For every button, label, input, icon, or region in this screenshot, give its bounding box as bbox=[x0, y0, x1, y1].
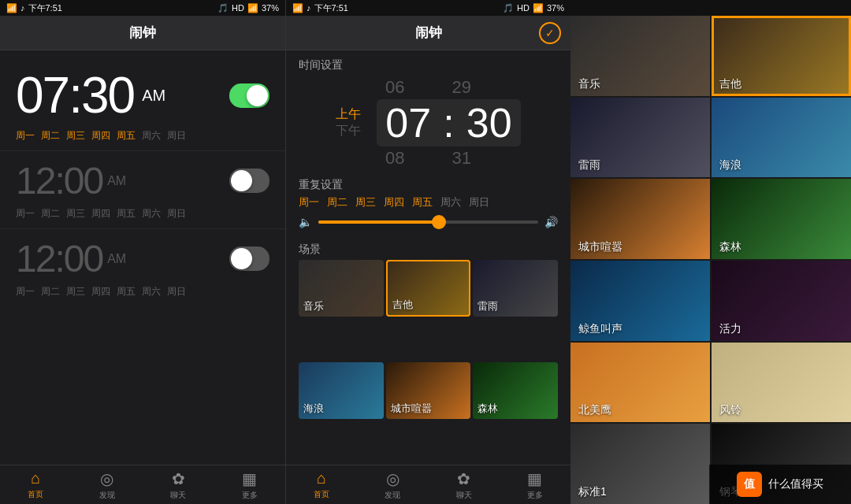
more-icon-left: ▦ bbox=[242, 469, 257, 488]
alarm-item-1[interactable]: 07:30 AM 周一 周二 周三 周四 周五 周六 周日 bbox=[0, 50, 285, 150]
hour-current: 07 bbox=[377, 99, 440, 146]
signal-icon-mid: 📶 bbox=[292, 3, 303, 13]
rs-guitar-label: 吉他 bbox=[719, 77, 741, 91]
watermark-logo: 值 bbox=[737, 472, 762, 497]
time-picker[interactable]: 06 29 上午 下午 07 : 30 08 31 bbox=[286, 76, 570, 170]
day-sat-3: 周六 bbox=[142, 285, 161, 298]
signal-icon-left: 📶 bbox=[6, 3, 17, 13]
picker-above-row: 06 29 bbox=[299, 76, 558, 99]
watermark-text: 什么值得买 bbox=[768, 477, 823, 491]
rs-guitar[interactable]: 吉他 bbox=[712, 16, 851, 96]
day-sun-3: 周日 bbox=[167, 285, 186, 298]
more-label-left: 更多 bbox=[242, 490, 258, 501]
repeat-days-row: 周一 周二 周三 周四 周五 周六 周日 bbox=[286, 195, 570, 216]
status-bar-mid: 📶 ♪ 下午7:51 🎵 HD 📶 37% bbox=[285, 0, 570, 16]
rs-whale[interactable]: 鲸鱼叫声 bbox=[570, 261, 710, 341]
rs-thunder[interactable]: 雷雨 bbox=[570, 98, 710, 178]
nav-settings-left[interactable]: ✿ 聊天 bbox=[143, 469, 214, 501]
time-mid: 下午7:51 bbox=[314, 2, 348, 14]
rday-wed[interactable]: 周三 bbox=[355, 195, 376, 209]
picker-below-row: 08 31 bbox=[299, 146, 558, 170]
hour-below: 08 bbox=[385, 148, 404, 169]
bt-mid: 🎵 bbox=[503, 3, 514, 13]
rs-thunder-label: 雷雨 bbox=[578, 158, 600, 172]
scene-ocean[interactable]: 海浪 bbox=[299, 362, 384, 419]
scene-guitar[interactable]: 吉他 bbox=[386, 260, 471, 317]
colon: : bbox=[443, 99, 454, 146]
settings-icon-mid: ✿ bbox=[457, 469, 470, 488]
discover-label-left: 发现 bbox=[99, 490, 115, 501]
rs-forest[interactable]: 森林 bbox=[712, 179, 851, 259]
rday-tue[interactable]: 周二 bbox=[327, 195, 347, 209]
wifi-mid: 📶 bbox=[533, 3, 544, 13]
settings-icon-left: ✿ bbox=[172, 469, 185, 488]
scene-city-label: 城市喧嚣 bbox=[391, 402, 432, 416]
nav-discover-left[interactable]: ◎ 发现 bbox=[72, 469, 143, 501]
scene-city[interactable]: 城市喧嚣 bbox=[386, 362, 471, 419]
rs-music[interactable]: 音乐 bbox=[570, 16, 710, 96]
vol-high-icon: 🔊 bbox=[544, 216, 558, 228]
day-tue-3: 周二 bbox=[41, 285, 60, 298]
volume-thumb[interactable] bbox=[432, 215, 446, 229]
more-icon-mid: ▦ bbox=[527, 469, 542, 488]
ampm-bottom: 下午 bbox=[336, 123, 361, 139]
day-fri-1: 周五 bbox=[117, 129, 136, 143]
ampm-picker[interactable]: 上午 下午 bbox=[336, 106, 361, 139]
rs-eagle[interactable]: 北美鹰 bbox=[570, 343, 710, 423]
hd-mid: HD bbox=[517, 3, 530, 13]
rs-eagle-label: 北美鹰 bbox=[578, 403, 611, 417]
rs-city[interactable]: 城市喧嚣 bbox=[570, 179, 710, 259]
rday-fri[interactable]: 周五 bbox=[412, 195, 433, 209]
alarm-toggle-3[interactable] bbox=[229, 246, 269, 271]
day-sun-1: 周日 bbox=[167, 129, 186, 143]
home-label-left: 首页 bbox=[28, 489, 43, 500]
day-sat-1: 周六 bbox=[142, 129, 161, 143]
scene-thunder[interactable]: 雷雨 bbox=[473, 260, 558, 317]
volume-track[interactable] bbox=[318, 220, 538, 224]
day-mon-1: 周一 bbox=[16, 129, 35, 143]
alarm-time-3: 12:00 bbox=[16, 237, 102, 280]
nav-home-mid[interactable]: ⌂ 首页 bbox=[286, 469, 357, 500]
day-thu-2: 周四 bbox=[91, 207, 110, 220]
home-icon-mid: ⌂ bbox=[317, 469, 326, 487]
volume-slider-row[interactable]: 🔈 🔊 bbox=[286, 216, 570, 235]
alarm-list-panel: 闹钟 07:30 AM 周一 周二 周三 周四 周五 周六 周日 12:00 bbox=[0, 16, 285, 504]
day-wed-3: 周三 bbox=[66, 285, 85, 298]
bottom-nav-left: ⌂ 首页 ◎ 发现 ✿ 聊天 ▦ 更多 bbox=[0, 465, 285, 504]
discover-icon-mid: ◎ bbox=[386, 469, 399, 488]
min-above: 29 bbox=[452, 77, 471, 98]
alarm-toggle-2[interactable] bbox=[229, 169, 269, 193]
nav-home-left[interactable]: ⌂ 首页 bbox=[0, 469, 72, 500]
discover-label-mid: 发现 bbox=[385, 490, 400, 501]
rday-sat[interactable]: 周六 bbox=[440, 195, 461, 209]
alarm-item-3[interactable]: 12:00 AM 周一 周二 周三 周四 周五 周六 周日 bbox=[0, 228, 285, 306]
nav-discover-mid[interactable]: ◎ 发现 bbox=[357, 469, 428, 501]
watermark: 值 什么值得买 bbox=[709, 465, 851, 504]
rs-vitality[interactable]: 活力 bbox=[712, 261, 851, 341]
rs-ocean[interactable]: 海浪 bbox=[712, 98, 851, 178]
rs-city-label: 城市喧嚣 bbox=[578, 240, 622, 254]
nav-settings-mid[interactable]: ✿ 聊天 bbox=[429, 469, 500, 501]
alarm-ampm-2: AM bbox=[107, 174, 126, 188]
day-mon-3: 周一 bbox=[16, 285, 35, 298]
alarm-time-2: 12:00 bbox=[16, 159, 102, 202]
rs-windbell[interactable]: 风铃 bbox=[712, 343, 851, 423]
confirm-button[interactable]: ✓ bbox=[539, 22, 561, 44]
rs-standard1[interactable]: 标准1 bbox=[570, 424, 710, 504]
scene-music[interactable]: 音乐 bbox=[299, 260, 384, 317]
rs-standard1-label: 标准1 bbox=[578, 485, 607, 499]
vol-low-icon: 🔈 bbox=[299, 216, 312, 228]
rday-mon[interactable]: 周一 bbox=[299, 195, 319, 209]
hour-above: 06 bbox=[385, 77, 404, 98]
bottom-nav-mid: ⌂ 首页 ◎ 发现 ✿ 聊天 ▦ 更多 bbox=[286, 465, 570, 504]
nav-more-mid[interactable]: ▦ 更多 bbox=[500, 469, 570, 501]
scene-forest[interactable]: 森林 bbox=[473, 362, 558, 419]
nav-more-left[interactable]: ▦ 更多 bbox=[214, 469, 286, 501]
scene-thunder-label: 雷雨 bbox=[478, 299, 498, 313]
alarm-toggle-1[interactable] bbox=[229, 83, 269, 108]
picker-current[interactable]: 07 : 30 bbox=[377, 99, 520, 146]
alarm-item-2[interactable]: 12:00 AM 周一 周二 周三 周四 周五 周六 周日 bbox=[0, 150, 285, 228]
rday-thu[interactable]: 周四 bbox=[384, 195, 404, 209]
rday-sun[interactable]: 周日 bbox=[469, 195, 489, 209]
scene-picker-panel: 音乐 吉他 雷雨 海浪 城市喧嚣 森林 bbox=[570, 16, 851, 504]
